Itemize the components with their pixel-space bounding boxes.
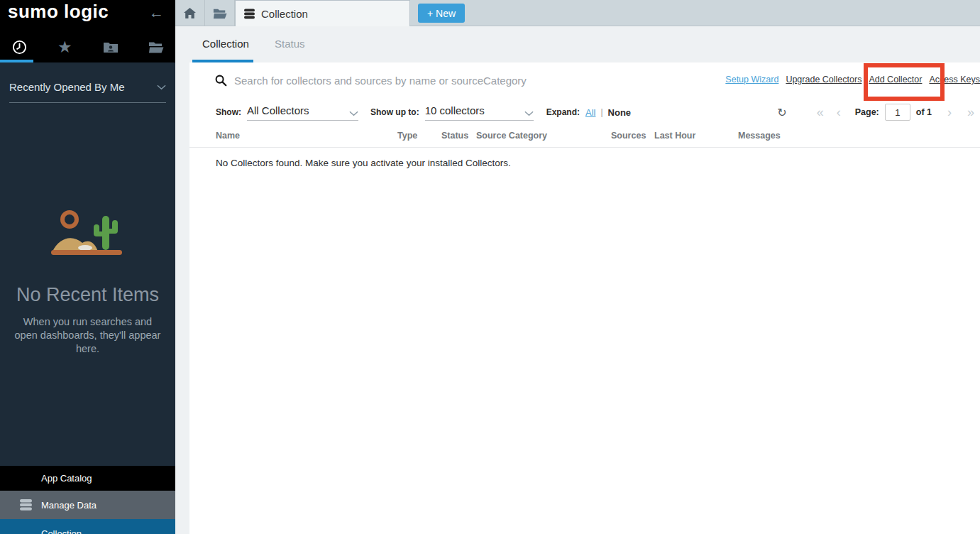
sun-icon <box>62 212 77 227</box>
sidebar-body: Recently Opened By Me No <box>0 81 175 534</box>
search-input[interactable] <box>234 75 539 87</box>
library-folder-icon[interactable] <box>145 36 167 58</box>
column-header-status[interactable]: Status <box>441 131 476 141</box>
previous-page-icon[interactable]: ‹ <box>837 106 841 119</box>
column-header-name[interactable]: Name <box>216 131 397 141</box>
tab-collection-label: Collection <box>261 8 308 20</box>
folder-icon <box>213 8 227 19</box>
access-keys-link[interactable]: Access Keys <box>929 75 980 85</box>
active-nav-indicator <box>0 60 33 62</box>
subtab-status[interactable]: Status <box>275 38 305 50</box>
chevron-down-icon <box>349 111 358 116</box>
recents-clock-icon[interactable] <box>9 36 30 58</box>
column-header-messages[interactable]: Messages <box>738 131 980 141</box>
collection-stack-icon <box>244 9 255 19</box>
open-library-button[interactable] <box>205 0 235 26</box>
column-header-sources[interactable]: Sources <box>611 131 654 141</box>
home-icon <box>184 8 196 18</box>
filter-row: Show: All Collectors Show up to: 10 coll… <box>189 98 980 126</box>
column-header-source-category[interactable]: Source Category <box>476 131 611 141</box>
upgrade-collectors-link[interactable]: Upgrade Collectors <box>786 75 861 85</box>
collectors-table-header: Name Type Status Source Category Sources… <box>189 131 980 148</box>
show-collectors-select[interactable]: All Collectors <box>247 104 358 121</box>
sidebar-item-manage-data[interactable]: Manage Data <box>0 491 175 519</box>
search-icon <box>215 75 227 87</box>
page-of-label: of 1 <box>916 107 932 117</box>
document-tab-bar: Collection + New <box>175 0 980 26</box>
app-window: sumo logic ← ★ <box>0 0 980 534</box>
add-collector-link[interactable]: Add Collector <box>869 75 922 85</box>
no-recent-items-description: When you run searches and open dashboard… <box>11 315 165 356</box>
expand-separator: | <box>600 107 602 117</box>
refresh-icon[interactable]: ↻ <box>777 106 786 119</box>
show-up-to-label: Show up to: <box>370 107 419 117</box>
ground-icon <box>51 250 122 255</box>
setup-wizard-link[interactable]: Setup Wizard <box>725 75 778 85</box>
last-page-icon[interactable]: » <box>967 106 974 119</box>
home-button[interactable] <box>175 0 205 26</box>
expand-all-link[interactable]: All <box>585 107 595 118</box>
no-recent-items-title: No Recent Items <box>0 284 175 306</box>
empty-collectors-message: No Collectors found. Make sure you activ… <box>189 148 980 168</box>
collection-panel: Setup Wizard Upgrade Collectors Add Coll… <box>189 62 980 534</box>
mound-icon <box>53 238 98 251</box>
page-number-input[interactable] <box>885 104 910 121</box>
show-up-to-select[interactable]: 10 collectors <box>425 104 534 121</box>
sumo-logic-logo: sumo logic <box>8 1 109 23</box>
recently-opened-dropdown[interactable]: Recently Opened By Me <box>9 81 166 103</box>
sidebar: sumo logic ← ★ <box>0 0 175 534</box>
show-label: Show: <box>216 107 241 117</box>
collector-action-links: Setup Wizard Upgrade Collectors Add Coll… <box>718 75 980 85</box>
page-label: Page: <box>855 107 879 117</box>
next-page-icon[interactable]: › <box>947 106 952 119</box>
first-page-icon[interactable]: « <box>817 106 824 119</box>
collection-subtabs: Collection Status <box>175 26 980 62</box>
pagination: ↻ « ‹ Page: of 1 › » <box>777 98 974 126</box>
tab-collection[interactable]: Collection <box>235 0 410 26</box>
search-row: Setup Wizard Upgrade Collectors Add Coll… <box>189 62 980 98</box>
shared-content-folder-icon[interactable] <box>100 36 121 58</box>
chevron-down-icon <box>524 111 534 116</box>
new-button[interactable]: + New <box>418 4 465 23</box>
database-stack-icon <box>20 499 32 511</box>
main-area: Collection + New Collection Status Setup… <box>175 0 980 534</box>
recently-opened-label: Recently Opened By Me <box>9 81 125 93</box>
sidebar-nav: ★ <box>0 36 175 58</box>
expand-label: Expand: <box>546 107 580 117</box>
column-header-last-hour[interactable]: Last Hour <box>654 131 738 141</box>
sidebar-item-collection[interactable]: Collection <box>0 519 175 534</box>
expand-none-link[interactable]: None <box>608 107 632 118</box>
collapse-sidebar-icon[interactable]: ← <box>149 4 164 21</box>
desert-illustration <box>0 207 175 266</box>
sidebar-item-app-catalog[interactable]: App Catalog <box>0 466 175 491</box>
chevron-down-icon <box>157 85 166 90</box>
sidebar-header: sumo logic ← ★ <box>0 0 175 62</box>
favorites-star-icon[interactable]: ★ <box>54 36 75 58</box>
sidebar-bottom-menu: App Catalog Manage Data Collection <box>0 466 175 534</box>
subtab-collection[interactable]: Collection <box>202 38 249 50</box>
column-header-type[interactable]: Type <box>397 131 441 141</box>
